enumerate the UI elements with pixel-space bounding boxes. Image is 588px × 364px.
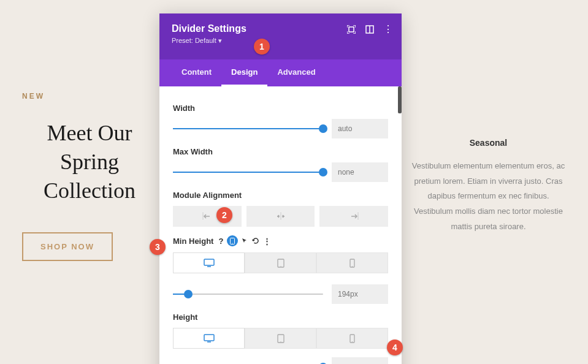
svg-rect-8	[204, 259, 214, 265]
layout-icon[interactable]	[365, 25, 375, 34]
shop-now-button[interactable]: SHOP NOW	[22, 232, 113, 261]
tab-design[interactable]: Design	[221, 59, 267, 86]
tab-advanced[interactable]: Advanced	[267, 59, 325, 86]
svg-rect-14	[204, 335, 214, 341]
align-center-button[interactable]	[246, 206, 315, 227]
help-icon[interactable]: ?	[218, 237, 223, 246]
svg-rect-0	[349, 27, 354, 32]
width-label: Width	[173, 104, 388, 113]
height-value-input[interactable]: auto	[332, 357, 388, 364]
options-icon[interactable]: ⋮	[263, 237, 271, 246]
min-height-label: Min Height ? ⋮	[173, 235, 388, 246]
width-value-input[interactable]: auto	[332, 119, 388, 138]
svg-point-13	[352, 265, 353, 266]
phone-device-button[interactable]	[316, 252, 388, 273]
min-height-slider[interactable]	[173, 294, 323, 295]
svg-point-7	[232, 243, 233, 243]
seasonal-title: Seasonal	[407, 138, 570, 148]
hover-icon[interactable]	[242, 238, 248, 245]
expand-icon[interactable]	[346, 25, 356, 34]
new-label: NEW	[22, 92, 157, 100]
tab-content[interactable]: Content	[172, 59, 221, 86]
more-icon[interactable]: ⋮	[383, 25, 393, 34]
max-width-value-input[interactable]: none	[332, 162, 388, 182]
scrollbar-thumb[interactable]	[398, 86, 402, 113]
svg-point-19	[352, 341, 353, 341]
reset-icon[interactable]	[252, 237, 259, 245]
svg-point-17	[280, 341, 281, 341]
panel-body: Width auto Max Width none Module Alignme…	[159, 86, 402, 364]
seasonal-body: Vestibulum elementum elementum eros, ac …	[407, 159, 570, 234]
min-height-value-input[interactable]: 194px	[332, 284, 388, 304]
svg-point-11	[280, 265, 281, 266]
callout-2: 2	[216, 207, 232, 223]
max-width-label: Max Width	[173, 147, 388, 156]
divider-settings-panel: Divider Settings Preset: Default ▾ ⋮ Con…	[159, 13, 402, 364]
height-label: Height	[173, 313, 388, 322]
panel-header: Divider Settings Preset: Default ▾ ⋮	[159, 13, 402, 59]
height-tablet-button[interactable]	[245, 328, 316, 349]
callout-1: 1	[254, 39, 270, 55]
height-phone-button[interactable]	[316, 328, 388, 349]
tablet-device-button[interactable]	[245, 252, 316, 273]
height-desktop-button[interactable]	[173, 328, 245, 349]
responsive-toggle-icon[interactable]	[227, 235, 238, 246]
module-alignment-label: Module Alignment	[173, 191, 388, 200]
callout-3: 3	[150, 239, 166, 255]
preset-selector[interactable]: Preset: Default ▾	[172, 37, 389, 45]
collection-heading: Meet Our Spring Collection	[22, 119, 157, 205]
panel-tabs: Content Design Advanced	[159, 59, 402, 86]
width-slider[interactable]	[173, 128, 323, 129]
align-right-button[interactable]	[319, 206, 388, 227]
callout-4: 4	[387, 339, 403, 355]
desktop-device-button[interactable]	[173, 252, 245, 273]
max-width-slider[interactable]	[173, 172, 323, 173]
